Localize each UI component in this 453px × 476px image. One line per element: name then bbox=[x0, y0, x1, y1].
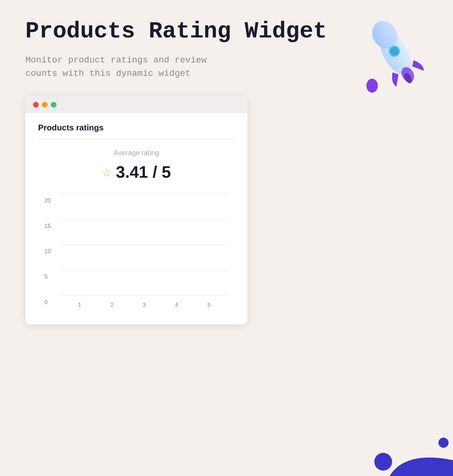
chart-inner: 20 15 10 5 0 bbox=[60, 194, 228, 296]
page-subtitle: Monitor product ratings and review count… bbox=[25, 54, 222, 80]
svg-point-7 bbox=[374, 453, 392, 471]
chart-area: 20 15 10 5 0 bbox=[41, 194, 232, 308]
bar-value-3: 17 bbox=[141, 285, 148, 292]
x-label-5: 5 bbox=[193, 302, 225, 308]
page-container: Products Rating Widget Monitor product r… bbox=[0, 0, 453, 476]
rocket-illustration bbox=[364, 10, 428, 98]
average-rating-row: ☆ 3.41 / 5 bbox=[38, 162, 235, 182]
y-label-5: 5 bbox=[44, 274, 48, 280]
x-label-2: 2 bbox=[96, 302, 128, 308]
svg-point-8 bbox=[438, 438, 449, 448]
y-label-0: 0 bbox=[44, 299, 48, 306]
svg-point-6 bbox=[366, 79, 378, 93]
average-rating-value: 3.41 / 5 bbox=[116, 162, 171, 182]
window-dot-yellow[interactable] bbox=[42, 102, 48, 108]
widget-content: Products ratings Average rating ☆ 3.41 /… bbox=[25, 113, 247, 324]
bar-value-5: 14 bbox=[206, 285, 212, 292]
widget-divider bbox=[38, 139, 235, 139]
x-label-1: 1 bbox=[63, 302, 96, 308]
x-label-4: 4 bbox=[161, 302, 193, 308]
widget-window: Products ratings Average rating ☆ 3.41 /… bbox=[25, 96, 247, 324]
window-titlebar bbox=[25, 96, 247, 113]
window-dot-red[interactable] bbox=[33, 102, 39, 108]
y-label-15: 15 bbox=[44, 223, 51, 229]
x-label-3: 3 bbox=[128, 302, 161, 308]
y-label-10: 10 bbox=[44, 248, 51, 255]
x-labels: 1 2 3 4 5 bbox=[60, 302, 228, 308]
bar-value-4: 18 bbox=[174, 285, 180, 292]
blob-decoration bbox=[358, 413, 453, 476]
average-rating-label: Average rating bbox=[38, 149, 235, 157]
bar-value-2: 8 bbox=[110, 285, 114, 292]
star-icon: ☆ bbox=[102, 162, 111, 182]
y-label-20: 20 bbox=[44, 197, 51, 204]
bars-container: 6 8 17 bbox=[60, 194, 228, 296]
bar-value-1: 6 bbox=[78, 285, 81, 292]
widget-title: Products ratings bbox=[38, 123, 235, 133]
window-dot-green[interactable] bbox=[51, 102, 56, 108]
